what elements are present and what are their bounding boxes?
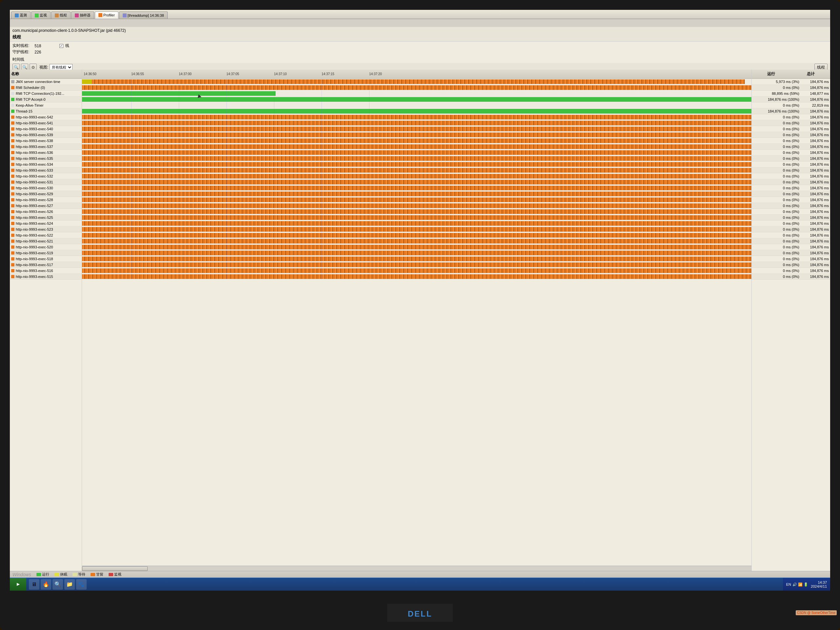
- thread-color-indicator: [11, 115, 14, 119]
- thread-list-row[interactable]: RMI TCP Accept-0: [10, 96, 82, 103]
- grid-line: [226, 103, 227, 108]
- taskbar-icon-5[interactable]: 🐾: [76, 579, 87, 590]
- thread-list-row[interactable]: Thread-15: [10, 108, 82, 114]
- stats-total-value: 184,876 ms: [801, 151, 830, 155]
- chart-row: [82, 221, 752, 226]
- thread-list-row[interactable]: http-nio-9993-exec-523: [10, 226, 82, 232]
- thread-list-row[interactable]: RMI Scheduler (0): [10, 85, 82, 90]
- thread-name-label: http-nio-9993-exec-529: [16, 192, 53, 196]
- thread-name-label: http-nio-9993-exec-523: [16, 227, 53, 231]
- thread-list-row[interactable]: http-nio-9993-exec-520: [10, 244, 82, 250]
- thread-list-row[interactable]: http-nio-9993-exec-530: [10, 185, 82, 191]
- thread-list-row[interactable]: http-nio-9993-exec-537: [10, 144, 82, 150]
- checkbox-icon[interactable]: ✓: [59, 44, 63, 48]
- stats-row: 0 ms (0%)184,876 ms: [752, 226, 830, 232]
- thread-list-row[interactable]: http-nio-9993-exec-533: [10, 167, 82, 173]
- thread-list-row[interactable]: http-nio-9993-exec-539: [10, 132, 82, 138]
- chart-area: [82, 79, 752, 279]
- thread-color-indicator: [11, 263, 14, 267]
- grid-line: [226, 161, 227, 167]
- thread-list-row[interactable]: http-nio-9993-exec-534: [10, 161, 82, 167]
- thread-name-label: JMX server connection time: [16, 80, 60, 84]
- grid-line: [369, 103, 369, 108]
- taskbar-icon-4[interactable]: 📁: [64, 579, 75, 590]
- thread-list-row[interactable]: http-nio-9993-exec-516: [10, 268, 82, 274]
- grid-line: [179, 203, 179, 208]
- total-header: 总计: [792, 71, 831, 77]
- thread-list-row[interactable]: http-nio-9993-exec-535: [10, 156, 82, 161]
- checkbox-label: 线: [65, 43, 69, 48]
- thread-list-row[interactable]: http-nio-9993-exec-536: [10, 150, 82, 156]
- thread-list-row[interactable]: http-nio-9993-exec-518: [10, 256, 82, 262]
- tab-profiler[interactable]: Profiler: [95, 11, 118, 19]
- tab-monitor[interactable]: 监视: [31, 11, 51, 19]
- daemon-count: 226: [35, 50, 41, 54]
- thread-info: 实时线程: 518 ✓ 线 守护线程: 226: [10, 42, 830, 56]
- tab-sampler[interactable]: 抽样器: [71, 11, 94, 19]
- thread-list-row[interactable]: http-nio-9993-exec-542: [10, 114, 82, 120]
- thread-list-row[interactable]: http-nio-9993-exec-526: [10, 209, 82, 215]
- grid-line: [274, 244, 274, 250]
- grid-line: [226, 226, 227, 232]
- thread-list-row[interactable]: http-nio-9993-exec-527: [10, 203, 82, 209]
- running-bar: [82, 144, 752, 149]
- stats-total-value: 184,876 ms: [801, 233, 830, 237]
- taskbar-icon-1[interactable]: 🖥: [29, 579, 39, 590]
- scrollbar-thumb[interactable]: [82, 566, 148, 571]
- running-bar: [82, 274, 752, 279]
- thread-list-row[interactable]: http-nio-9993-exec-525: [10, 215, 82, 221]
- thread-list-row[interactable]: RMI TCP Connection(1)-192...: [10, 90, 82, 96]
- stats-running-value: 0 ms (0%): [752, 245, 801, 249]
- thread-list-row[interactable]: http-nio-9993-exec-538: [10, 138, 82, 144]
- taskbar-icon-2[interactable]: 🔥: [41, 579, 51, 590]
- thread-list-row[interactable]: http-nio-9993-exec-522: [10, 232, 82, 238]
- stats-total-value: 184,876 ms: [801, 239, 830, 243]
- thread-list-row[interactable]: http-nio-9993-exec-519: [10, 250, 82, 256]
- running-bar: [82, 156, 752, 161]
- grid-line: [322, 250, 322, 256]
- thread-name-label: http-nio-9993-exec-540: [16, 127, 53, 131]
- stats-running-value: 0 ms (0%): [752, 174, 801, 178]
- stats-row: 0 ms (0%)184,876 ms: [752, 138, 830, 144]
- grid-line: [369, 167, 369, 173]
- thread-list-row[interactable]: http-nio-9993-exec-524: [10, 221, 82, 226]
- stats-total-value: 184,876 ms: [801, 257, 830, 261]
- thread-name-label: RMI TCP Accept-0: [16, 98, 46, 101]
- thread-color-indicator: [11, 122, 14, 125]
- tab-threads[interactable]: 线程: [51, 11, 71, 19]
- tab-threaddump[interactable]: [threaddump] 14:36:38: [119, 11, 168, 19]
- thread-list-row[interactable]: http-nio-9993-exec-532: [10, 173, 82, 179]
- taskbar-icon-3[interactable]: 🔍: [52, 579, 63, 590]
- thread-list-row[interactable]: http-nio-9993-exec-529: [10, 191, 82, 197]
- grid-line: [226, 108, 227, 114]
- thread-list-row[interactable]: http-nio-9993-exec-517: [10, 262, 82, 268]
- stats-running-value: 88,895 ms (59%): [752, 92, 801, 95]
- stats-row: 0 ms (0%)184,876 ms: [752, 197, 830, 203]
- chart-row: [82, 244, 752, 250]
- thread-color-indicator: [11, 222, 14, 225]
- grid-line: [274, 215, 274, 220]
- thread-list-row[interactable]: http-nio-9993-exec-521: [10, 238, 82, 244]
- grid-line: [226, 132, 227, 137]
- green-bar: [82, 109, 752, 114]
- thread-list-row[interactable]: http-nio-9993-exec-531: [10, 179, 82, 185]
- tab-telemetry[interactable]: 遥测: [11, 11, 30, 19]
- tray-icons: 🔊 📶 🔋: [793, 583, 808, 587]
- grid-line: [179, 156, 179, 161]
- thread-list-row[interactable]: http-nio-9993-exec-515: [10, 274, 82, 279]
- grid-line: [179, 114, 179, 120]
- thread-list-row[interactable]: http-nio-9993-exec-541: [10, 120, 82, 126]
- stats-row: 0 ms (0%)184,876 ms: [752, 114, 830, 120]
- grid-line: [274, 226, 274, 232]
- timeline-chart: 14:36:50 14:36:55 14:37:00 14:37:05 14:3…: [82, 69, 752, 571]
- start-button[interactable]: ▶: [10, 578, 26, 591]
- thread-name-label: http-nio-9993-exec-532: [16, 174, 53, 178]
- top-right-checkbox[interactable]: ✓ 线: [59, 43, 69, 49]
- scrollbar-area[interactable]: [82, 566, 752, 571]
- thread-list-row[interactable]: http-nio-9993-exec-528: [10, 197, 82, 203]
- thread-list-row[interactable]: JMX server connection time: [10, 79, 82, 85]
- grid-line: [369, 126, 369, 131]
- grid-line: [369, 191, 369, 197]
- thread-list-row[interactable]: Keep-Alive-Timer: [10, 103, 82, 108]
- thread-list-row[interactable]: http-nio-9993-exec-540: [10, 126, 82, 132]
